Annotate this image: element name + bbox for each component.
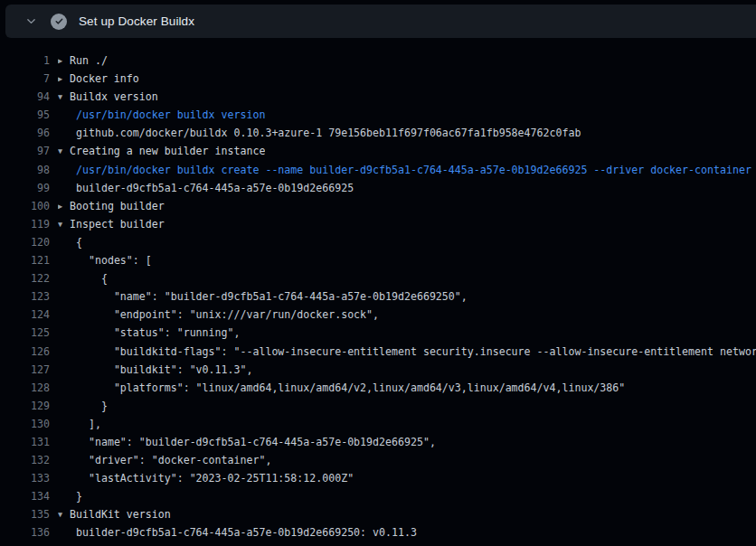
line-number[interactable]: 131 [0,433,50,451]
group-toggle[interactable]: ▼Creating a new builder instance [58,142,265,160]
line-number[interactable]: 1 [0,52,50,70]
command-text: /usr/bin/docker buildx create --name bui… [58,161,751,179]
log-line: 95/usr/bin/docker buildx version [0,106,756,124]
log-line: 122 { [0,269,756,287]
output-text: "name": "builder-d9cfb5a1-c764-445a-a57e… [58,433,436,451]
line-number[interactable]: 133 [0,469,50,487]
log-line: 132 "driver": "docker-container", [0,451,756,469]
line-number[interactable]: 122 [0,269,50,287]
line-number[interactable]: 119 [0,215,50,233]
log-line: 135▼BuildKit version [0,505,756,523]
log-line: 134} [0,487,756,505]
group-toggle[interactable]: ▼BuildKit version [58,505,171,523]
output-text: "lastActivity": "2023-02-25T11:58:12.000… [58,469,354,487]
log-line: 128 "platforms": "linux/amd64,linux/amd6… [0,379,756,397]
log-line: 100▶Booting builder [0,197,756,215]
log-line: 120{ [0,233,756,251]
log-line: 124 "endpoint": "unix:///var/run/docker.… [0,306,756,324]
line-number[interactable]: 134 [0,487,50,505]
group-label: Creating a new builder instance [70,145,265,157]
log-line: 136builder-d9cfb5a1-c764-445a-a57e-0b19d… [0,523,756,541]
log-line: 129 } [0,397,756,415]
line-number[interactable]: 121 [0,251,50,269]
output-text: } [58,397,108,415]
log-line: 97▼Creating a new builder instance [0,142,756,160]
log-line: 126 "buildkitd-flags": "--allow-insecure… [0,343,756,361]
output-text: "buildkitd-flags": "--allow-insecure-ent… [58,343,756,361]
group-label: BuildKit version [70,508,171,521]
line-number[interactable]: 97 [0,142,50,160]
line-number[interactable]: 126 [0,343,50,361]
group-toggle[interactable]: ▼Buildx version [58,88,158,106]
line-number[interactable]: 125 [0,324,50,342]
output-text: builder-d9cfb5a1-c764-445a-a57e-0b19d2e6… [58,523,417,541]
group-label: Booting builder [70,200,165,212]
group-label: Buildx version [70,90,158,103]
log-line: 119▼Inspect builder [0,215,756,233]
log-line: 125 "status": "running", [0,324,756,342]
output-text: builder-d9cfb5a1-c764-445a-a57e-0b19d2e6… [58,179,354,197]
line-number[interactable]: 136 [0,523,50,541]
disclosure-expanded-icon: ▼ [58,215,70,233]
log-line: 131 "name": "builder-d9cfb5a1-c764-445a-… [0,433,756,451]
line-number[interactable]: 95 [0,106,50,124]
output-text: "name": "builder-d9cfb5a1-c764-445a-a57e… [58,287,468,306]
line-number[interactable]: 7 [0,70,50,88]
disclosure-expanded-icon: ▼ [58,88,70,106]
line-number[interactable]: 123 [0,287,50,306]
log-line: 7▶Docker info [0,70,756,88]
disclosure-collapsed-icon: ▶ [58,52,70,70]
line-number[interactable]: 99 [0,179,50,197]
output-text: "nodes": [ [58,251,152,269]
output-text: "platforms": "linux/amd64,linux/amd64/v2… [58,379,625,397]
group-toggle[interactable]: ▶Docker info [58,70,139,88]
output-text: "status": "running", [58,324,240,342]
disclosure-expanded-icon: ▼ [58,505,70,523]
output-text: "endpoint": "unix:///var/run/docker.sock… [58,306,379,324]
output-text: { [58,269,108,287]
disclosure-collapsed-icon: ▶ [58,70,70,88]
log-line: 130 ], [0,415,756,433]
log-line: 96github.com/docker/buildx 0.10.3+azure-… [0,124,756,142]
log-line: 1▶Run ./ [0,52,756,70]
line-number[interactable]: 124 [0,306,50,324]
output-text: } [58,487,82,505]
output-text: "driver": "docker-container", [58,451,271,469]
log-line: 133 "lastActivity": "2023-02-25T11:58:12… [0,469,756,487]
line-number[interactable]: 120 [0,233,50,251]
log-line: 127 "buildkit": "v0.11.3", [0,361,756,379]
output-text: "buildkit": "v0.11.3", [58,361,252,379]
line-number[interactable]: 128 [0,379,50,397]
log-view: 1▶Run ./7▶Docker info94▼Buildx version95… [0,52,756,542]
log-line: 99builder-d9cfb5a1-c764-445a-a57e-0b19d2… [0,179,756,197]
line-number[interactable]: 127 [0,361,50,379]
line-number[interactable]: 130 [0,415,50,433]
chevron-down-icon [24,14,38,29]
group-label: Docker info [70,72,139,85]
step-header[interactable]: Set up Docker Buildx [5,5,756,38]
log-line: 98/usr/bin/docker buildx create --name b… [0,161,756,179]
group-toggle[interactable]: ▼Inspect builder [58,215,165,233]
log-line: 94▼Buildx version [0,88,756,106]
output-text: { [58,233,82,251]
step-title: Set up Docker Buildx [79,14,194,28]
line-number[interactable]: 135 [0,505,50,523]
check-circle-icon [51,14,67,30]
line-number[interactable]: 94 [0,88,50,106]
group-toggle[interactable]: ▶Booting builder [58,197,165,215]
disclosure-collapsed-icon: ▶ [58,197,70,215]
log-line: 123 "name": "builder-d9cfb5a1-c764-445a-… [0,287,756,306]
line-number[interactable]: 129 [0,397,50,415]
group-label: Run ./ [70,54,108,67]
line-number[interactable]: 100 [0,197,50,215]
disclosure-expanded-icon: ▼ [58,142,70,160]
line-number[interactable]: 96 [0,124,50,142]
line-number[interactable]: 98 [0,161,50,179]
group-toggle[interactable]: ▶Run ./ [58,52,108,70]
group-label: Inspect builder [70,218,165,231]
command-text: /usr/bin/docker buildx version [58,106,265,124]
output-text: ], [58,415,101,433]
output-text: github.com/docker/buildx 0.10.3+azure-1 … [58,124,581,142]
log-line: 121 "nodes": [ [0,251,756,269]
line-number[interactable]: 132 [0,451,50,469]
